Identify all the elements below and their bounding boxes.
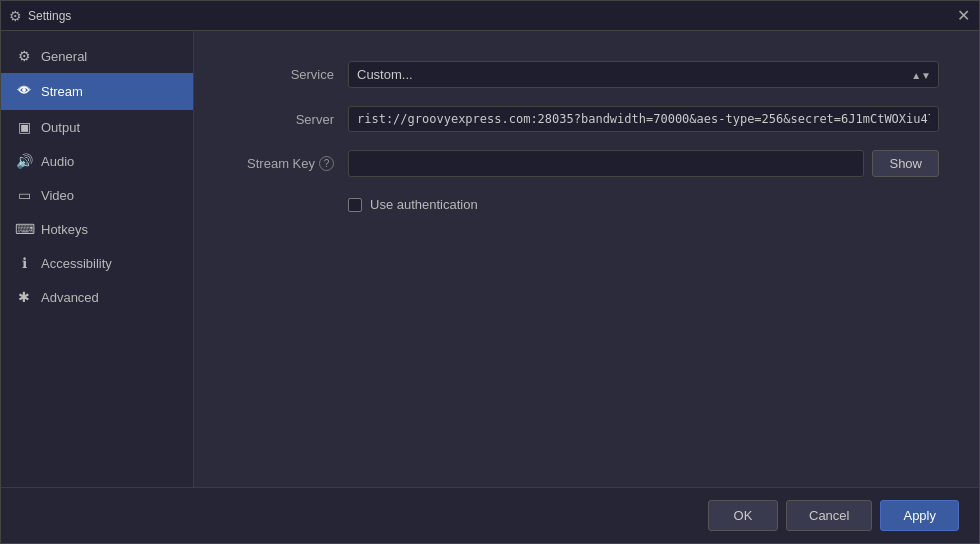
footer: OK Cancel Apply xyxy=(1,487,979,543)
service-label: Service xyxy=(234,67,334,82)
stream-key-row: Stream Key ? Show xyxy=(234,150,939,177)
advanced-icon: ✱ xyxy=(15,289,33,305)
sidebar-label-general: General xyxy=(41,49,87,64)
sidebar-label-video: Video xyxy=(41,188,74,203)
auth-row: Use authentication xyxy=(348,197,939,212)
sidebar-label-audio: Audio xyxy=(41,154,74,169)
settings-titlebar-icon: ⚙ xyxy=(9,8,22,24)
sidebar-label-stream: Stream xyxy=(41,84,83,99)
settings-window: ⚙ Settings ✕ ⚙ General Stream xyxy=(0,0,980,544)
sidebar-label-output: Output xyxy=(41,120,80,135)
sidebar-label-hotkeys: Hotkeys xyxy=(41,222,88,237)
cancel-button[interactable]: Cancel xyxy=(786,500,872,531)
audio-icon: 🔊 xyxy=(15,153,33,169)
main-panel: Service Custom... ▲▼ Server xyxy=(194,31,979,487)
ok-button[interactable]: OK xyxy=(708,500,778,531)
sidebar-item-output[interactable]: ▣ Output xyxy=(1,110,193,144)
titlebar-left: ⚙ Settings xyxy=(9,8,71,24)
service-select[interactable]: Custom... xyxy=(348,61,939,88)
general-icon: ⚙ xyxy=(15,48,33,64)
titlebar: ⚙ Settings ✕ xyxy=(1,1,979,31)
sidebar-item-stream[interactable]: Stream xyxy=(1,73,193,110)
service-select-wrapper: Custom... ▲▼ xyxy=(348,61,939,88)
stream-icon xyxy=(15,82,33,101)
sidebar-item-advanced[interactable]: ✱ Advanced xyxy=(1,280,193,314)
service-row: Service Custom... ▲▼ xyxy=(234,61,939,88)
help-icon[interactable]: ? xyxy=(319,156,334,171)
stream-key-wrapper: Show xyxy=(348,150,939,177)
titlebar-title: Settings xyxy=(28,9,71,23)
sidebar-item-accessibility[interactable]: ℹ Accessibility xyxy=(1,246,193,280)
accessibility-icon: ℹ xyxy=(15,255,33,271)
sidebar-item-general[interactable]: ⚙ General xyxy=(1,39,193,73)
apply-button[interactable]: Apply xyxy=(880,500,959,531)
sidebar: ⚙ General Stream ▣ Output 🔊 Au xyxy=(1,31,194,487)
sidebar-label-advanced: Advanced xyxy=(41,290,99,305)
server-row: Server xyxy=(234,106,939,132)
stream-key-input[interactable] xyxy=(348,150,864,177)
sidebar-label-accessibility: Accessibility xyxy=(41,256,112,271)
sidebar-item-video[interactable]: ▭ Video xyxy=(1,178,193,212)
svg-point-0 xyxy=(22,88,26,92)
sidebar-item-hotkeys[interactable]: ⌨ Hotkeys xyxy=(1,212,193,246)
content-area: ⚙ General Stream ▣ Output 🔊 Au xyxy=(1,31,979,487)
hotkeys-icon: ⌨ xyxy=(15,221,33,237)
close-button[interactable]: ✕ xyxy=(955,8,971,24)
form-section: Service Custom... ▲▼ Server xyxy=(234,61,939,457)
server-label: Server xyxy=(234,112,334,127)
video-icon: ▭ xyxy=(15,187,33,203)
sidebar-item-audio[interactable]: 🔊 Audio xyxy=(1,144,193,178)
use-auth-label[interactable]: Use authentication xyxy=(370,197,478,212)
output-icon: ▣ xyxy=(15,119,33,135)
show-button[interactable]: Show xyxy=(872,150,939,177)
server-input[interactable] xyxy=(348,106,939,132)
use-auth-checkbox[interactable] xyxy=(348,198,362,212)
stream-key-label: Stream Key ? xyxy=(234,156,334,171)
